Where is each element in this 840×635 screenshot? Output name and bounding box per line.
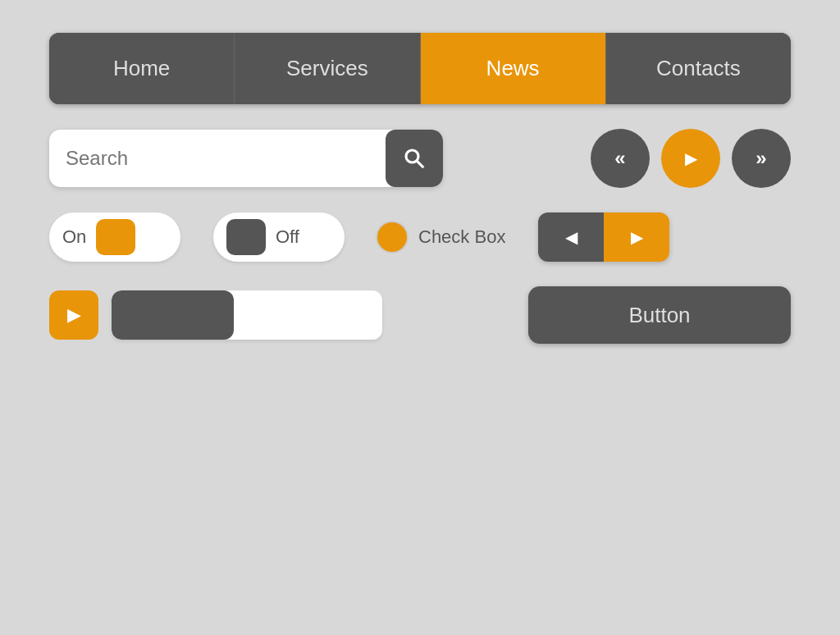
rewind-icon bbox=[614, 147, 625, 170]
toggle-off-thumb bbox=[226, 219, 266, 255]
checkbox-circle bbox=[377, 222, 407, 252]
arrow-control bbox=[538, 212, 669, 262]
main-button[interactable]: Button bbox=[528, 286, 791, 344]
search-input[interactable] bbox=[49, 147, 386, 170]
checkbox-label: Check Box bbox=[418, 226, 505, 248]
forward-button[interactable] bbox=[732, 129, 791, 188]
checkbox-wrapper[interactable]: Check Box bbox=[377, 222, 505, 252]
play-button[interactable] bbox=[661, 129, 720, 188]
forward-icon bbox=[756, 147, 766, 170]
bottom-row: Button bbox=[49, 286, 791, 344]
toggle-off-label: Off bbox=[276, 226, 299, 248]
progress-bar-fill bbox=[112, 290, 234, 340]
toggle-on[interactable]: On bbox=[49, 212, 180, 262]
svg-line-1 bbox=[417, 161, 423, 167]
progress-bar[interactable] bbox=[112, 290, 382, 340]
small-play-icon bbox=[67, 304, 81, 326]
play-icon bbox=[685, 148, 697, 168]
toggles-row: On Off Check Box bbox=[49, 212, 791, 262]
next-arrow-icon bbox=[631, 227, 643, 247]
toggle-on-label: On bbox=[62, 226, 86, 248]
search-container bbox=[49, 130, 443, 187]
toggle-off[interactable]: Off bbox=[213, 212, 345, 262]
player-area bbox=[49, 290, 382, 340]
nav-home[interactable]: Home bbox=[49, 33, 235, 104]
navigation-bar: Home Services News Contacts bbox=[49, 33, 791, 104]
toggle-on-thumb bbox=[96, 219, 135, 255]
media-controls bbox=[591, 129, 791, 188]
rewind-button[interactable] bbox=[591, 129, 650, 188]
small-play-button[interactable] bbox=[49, 290, 98, 340]
prev-arrow-button[interactable] bbox=[538, 212, 604, 262]
nav-contacts[interactable]: Contacts bbox=[606, 33, 791, 104]
nav-news[interactable]: News bbox=[421, 33, 606, 104]
middle-row bbox=[49, 129, 791, 188]
next-arrow-button[interactable] bbox=[604, 212, 669, 262]
search-icon bbox=[402, 146, 427, 171]
prev-arrow-icon bbox=[565, 227, 578, 247]
search-button[interactable] bbox=[386, 130, 443, 187]
nav-services[interactable]: Services bbox=[235, 33, 420, 104]
svg-point-0 bbox=[406, 150, 418, 162]
